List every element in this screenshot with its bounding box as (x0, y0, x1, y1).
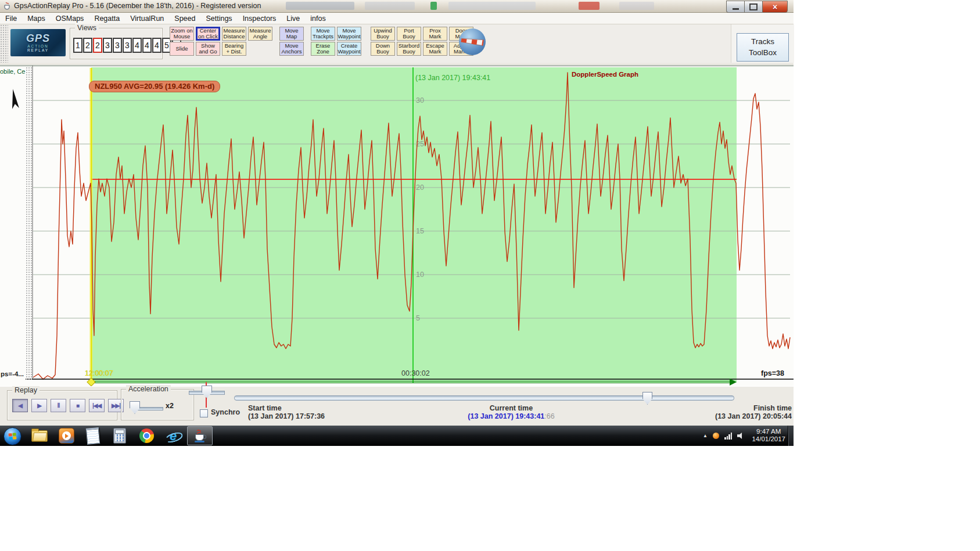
taskbar-app-media-player[interactable] (53, 426, 79, 445)
create-waypoint-button[interactable]: CreateWaypoint (337, 42, 361, 56)
down-buoy-button[interactable]: DownBuoy (371, 42, 395, 56)
menu-item-file[interactable]: File (0, 14, 22, 23)
logo-text: REPLAY (27, 49, 49, 53)
menu-item-live[interactable]: Live (281, 14, 305, 23)
close-button[interactable]: × (762, 1, 788, 13)
y-tick-label: 20 (416, 183, 424, 192)
menu-item-infos[interactable]: infos (305, 14, 331, 23)
view-button-9[interactable]: 4 (152, 38, 161, 53)
java-icon (193, 429, 206, 443)
view-button-4[interactable]: 3 (103, 38, 112, 53)
measure-distance-button[interactable]: MeasureDistance (222, 27, 246, 41)
center-on-click-button[interactable]: Centeron Click (196, 27, 220, 41)
tracks-toolbox-button[interactable]: Tracks ToolBox (737, 33, 789, 62)
notepad-icon (86, 427, 100, 445)
background-window-fragment (365, 2, 415, 10)
pause-button[interactable]: Ⅱ (51, 399, 66, 412)
timeline-slider-track[interactable] (234, 395, 734, 401)
current-time-value: (13 Jan 2017) 19:43:41 (468, 412, 544, 420)
start-time-value: (13 Jan 2017) 17:57:36 (248, 412, 325, 420)
port-buoy-button[interactable]: PortBuoy (397, 27, 421, 41)
background-window-fragment (286, 2, 354, 10)
play-backward-button[interactable]: ◀ (12, 399, 28, 412)
current-time-label: Current time (441, 404, 581, 412)
windsock-icon[interactable] (459, 28, 486, 55)
taskbar-app-chrome[interactable] (134, 426, 159, 445)
minimize-button[interactable] (726, 1, 744, 13)
y-tick-label: 30 (416, 96, 424, 105)
view-button-1[interactable]: 1 (73, 38, 82, 53)
left-fps-label: ps=-4... (1, 370, 24, 377)
clock-time: 9:47 AM (752, 428, 785, 435)
jump-to-start-button[interactable]: |◀◀ (89, 399, 105, 412)
erase-zone-button[interactable]: EraseZone (311, 42, 335, 56)
show-hidden-icons-icon[interactable]: ▲ (703, 433, 708, 438)
view-button-6[interactable]: 3 (123, 38, 132, 53)
menu-item-regatta[interactable]: Regatta (89, 14, 125, 23)
view-button-7[interactable]: 4 (132, 38, 142, 53)
taskbar-apps: e (27, 426, 214, 445)
menu-item-maps[interactable]: Maps (22, 14, 51, 23)
speed-plot: 51015202530 (0, 66, 794, 387)
slide-button[interactable]: Slide (170, 42, 194, 56)
menu-item-settings[interactable]: Settings (200, 14, 237, 23)
zoom-on-mouse-button[interactable]: Zoom onMouse (170, 27, 194, 41)
menu-item-inspectors[interactable]: Inspectors (238, 14, 282, 23)
replay-panel: Replay ◀▶Ⅱ■|◀◀▶▶| (7, 390, 117, 420)
taskbar-app-calculator[interactable] (107, 426, 132, 445)
zoom-slider-thumb[interactable] (202, 386, 212, 398)
view-button-2[interactable]: 2 (83, 38, 92, 53)
show-and-go-button[interactable]: Showand Go (196, 42, 220, 56)
taskbar-app-notepad[interactable] (80, 426, 106, 445)
menu-item-osmaps[interactable]: OSMaps (51, 14, 89, 23)
current-time-block: Current time (13 Jan 2017) 19:43:41:66 (441, 404, 581, 420)
taskbar-clock[interactable]: 9:47 AM 14/01/2017 (752, 428, 785, 443)
view-button-3[interactable]: 2 (93, 38, 102, 53)
move-waypoint-button[interactable]: MoveWaypoint (337, 27, 361, 41)
replay-buttons: ◀▶Ⅱ■|◀◀▶▶| (12, 399, 124, 412)
maximize-button[interactable] (744, 1, 762, 13)
track-average-label[interactable]: NZL950 AVG=20.95 (19.426 Km-d) (89, 81, 220, 92)
stop-button[interactable]: ■ (70, 399, 85, 412)
y-tick-label: 5 (416, 314, 420, 322)
cursor-elapsed-time-label: 00:30:02 (401, 369, 430, 377)
synchro-label: Synchro (211, 408, 240, 416)
doppler-speed-chart[interactable]: 51015202530 obile, Ce NZL950 AVG=20.95 (… (0, 65, 794, 387)
synchro-checkbox[interactable] (200, 409, 208, 417)
acceleration-slider-thumb[interactable] (130, 401, 140, 414)
volume-icon[interactable] (737, 433, 745, 440)
taskbar-app-explorer[interactable] (27, 426, 52, 445)
system-tray: ▲ (703, 426, 745, 446)
views-panel: Views 12233344455 (70, 28, 163, 59)
taskbar-app-internet-explorer[interactable]: e (160, 426, 186, 445)
move-map-button[interactable]: MoveMap (279, 27, 304, 41)
move-trackpts-button[interactable]: MoveTrackpts (311, 27, 335, 41)
show-desktop-button[interactable] (788, 426, 794, 446)
upwind-buoy-button[interactable]: UpwindBuoy (371, 27, 395, 41)
view-button-8[interactable]: 4 (142, 38, 152, 53)
start-button[interactable] (3, 427, 21, 445)
title-bar: GpsActionReplay Pro - 5.16 (December the… (0, 0, 794, 13)
menu-item-virtualrun[interactable]: VirtualRun (125, 14, 169, 23)
taskbar: e ▲ 9:47 AM 14/01/2017 (0, 426, 794, 446)
menu-item-speed[interactable]: Speed (169, 14, 200, 23)
background-window-fragment (579, 2, 600, 10)
network-icon[interactable] (724, 433, 732, 440)
play-forward-button[interactable]: ▶ (31, 399, 47, 412)
bearing-dist-button[interactable]: Bearing+ Dist. (222, 42, 246, 56)
selection-start-time-label: 12:00:07 (85, 369, 113, 377)
starbord-buoy-button[interactable]: StarbordBuoy (397, 42, 421, 56)
window-title: GpsActionReplay Pro - 5.16 (December the… (14, 2, 261, 10)
timeline-slider-thumb[interactable] (642, 392, 652, 405)
window-controls: × (726, 1, 788, 13)
tray-notification-icon[interactable] (713, 433, 719, 439)
move-anchors-button[interactable]: MoveAnchors (279, 42, 304, 56)
gps-action-replay-logo: GPS ACTION REPLAY (10, 29, 66, 56)
windows-flag-icon (8, 433, 16, 440)
escape-mark-button[interactable]: EscapeMark (423, 42, 447, 56)
taskbar-app-java[interactable] (187, 426, 213, 445)
measure-angle-button[interactable]: MeasureAngle (248, 27, 272, 41)
selection-region[interactable] (91, 67, 737, 383)
view-button-5[interactable]: 3 (113, 38, 122, 53)
prox-mark-button[interactable]: ProxMark (423, 27, 447, 41)
